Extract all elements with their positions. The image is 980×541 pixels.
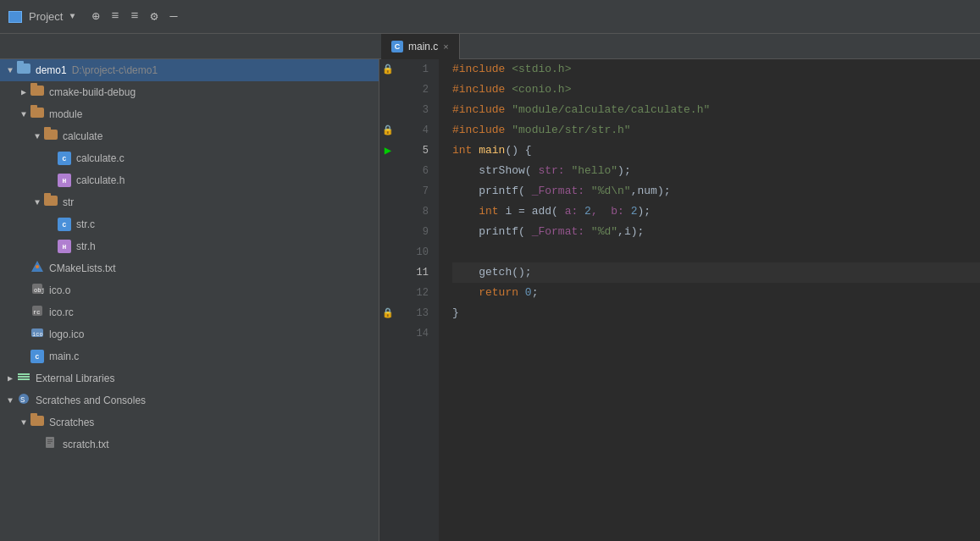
no-arrow: ▶ [44,153,58,163]
gutter-12 [379,283,396,303]
token: ( [551,201,558,222]
toolbar-icon-settings[interactable]: ⚙ [151,8,158,25]
svg-text:ico: ico [32,331,43,338]
tab-main-c[interactable]: C main.c × [381,34,460,59]
folder-icon-calculate [44,130,59,143]
token: 2 [584,201,591,222]
svg-text:obj: obj [34,287,44,294]
token: ); [617,161,631,181]
token: <stdio.h> [512,59,571,80]
tree-item-cmake-build-debug[interactable]: ▶ cmake-build-debug [0,81,379,103]
tab-label: main.c [408,41,438,52]
tree-item-module[interactable]: ▼ module [0,103,379,125]
svg-rect-16 [47,441,53,442]
tree-item-external-libraries[interactable]: ▶ External Libraries [0,367,379,389]
label-scratches-consoles: Scratches and Consoles [36,395,146,406]
arrow-scratches: ▼ [3,396,17,406]
token-int: int [452,141,472,161]
token: ( [525,161,532,181]
token: ,num); [631,181,671,201]
no-arrow: ▶ [17,285,30,295]
token [452,283,479,303]
tree-item-main-c[interactable]: ▶ C main.c [0,345,379,367]
tree-item-str[interactable]: ▼ str [0,191,379,213]
editor[interactable]: 🔒 🔒 ▶ 🔒 1 2 3 4 5 6 [379,59,980,541]
toolbar-icon-collapse-all[interactable]: ≡ [112,9,119,24]
token [584,222,591,242]
tree-item-scratches-consoles[interactable]: ▼ S Scratches and Consoles [0,389,379,411]
code-line-1: #include <stdio.h> [452,59,980,80]
no-arrow: ▶ [17,351,30,362]
no-arrow: ▶ [44,219,58,229]
label-module: module [49,108,82,120]
svg-text:S: S [20,396,25,405]
gutter-3 [379,100,396,120]
gutter-fold-1: 🔒 [379,59,396,80]
gutter: 🔒 🔒 ▶ 🔒 [379,59,396,541]
token: i = add [499,201,551,222]
token: ( [518,222,525,242]
arrow-calculate: ▼ [30,132,44,141]
token: 2 [631,201,638,222]
tree-item-ico-rc[interactable]: ▶ rc ico.rc [0,301,379,323]
no-arrow: ▶ [30,439,44,450]
obj-icon: obj [30,282,46,299]
code-content[interactable]: #include <stdio.h> #include <conio.h> #i… [439,59,980,541]
tab-close-button[interactable]: × [443,41,448,52]
token [578,201,584,222]
code-line-14 [452,323,980,344]
tree-item-logo-ico[interactable]: ▶ ico logo.ico [0,323,379,345]
tree-item-calculate[interactable]: ▼ calculate [0,125,379,147]
token [452,201,479,222]
label-cmake-build-debug: cmake-build-debug [49,86,136,98]
token: _Format: [525,222,584,242]
token [624,201,631,222]
token: 0 [525,283,532,303]
cmake-icon [30,260,46,277]
gutter-11 [379,262,396,283]
arrow-demo1: ▼ [3,66,17,75]
token [584,181,591,201]
tree-item-calculate-c[interactable]: ▶ C calculate.c [0,147,379,169]
tree-item-ico-o[interactable]: ▶ obj ico.o [0,279,379,301]
toolbar-icon-add[interactable]: ⊕ [91,8,99,25]
token: strShow [452,161,525,181]
token: ); [638,201,651,222]
token [518,283,525,303]
label-ico-rc: ico.rc [49,306,74,318]
project-dropdown-arrow[interactable]: ▼ [69,12,75,21]
code-line-8: int i = add( a: 2, b: 2); [452,201,980,222]
token: return [479,283,518,303]
token: "module/calculate/calculate.h" [512,100,710,120]
project-icon [8,11,22,23]
gutter-run-5[interactable]: ▶ [379,141,396,161]
tree-item-str-c[interactable]: ▶ C str.c [0,213,379,235]
code-line-12: return 0; [452,283,980,303]
tree-item-scratch-txt[interactable]: ▶ scratch.txt [0,433,379,455]
toolbar-icon-expand-all[interactable]: ≡ [131,9,139,24]
gutter-9 [379,222,396,242]
gutter-13-fold: 🔒 [379,303,396,323]
label-str: str [63,196,74,208]
label-logo-ico: logo.ico [49,328,84,340]
c-file-icon-main-c: C [30,350,46,364]
label-calculate: calculate [63,130,102,142]
tree-item-scratches-folder[interactable]: ▼ Scratches [0,411,379,433]
svg-rect-15 [47,439,53,440]
tree-item-cmakelists[interactable]: ▶ CMakeLists.txt [0,257,379,279]
txt-icon [44,436,59,453]
code-line-4: #include "module/str/str.h" [452,120,980,141]
toolbar-icon-minimize[interactable]: — [170,9,178,24]
line-num-9: 9 [396,222,439,242]
c-file-icon-str-c: C [58,218,73,232]
line-num-1: 1 [396,59,439,80]
token: printf [452,181,518,201]
sidebar: ▼ demo1 D:\project-c\demo1 ▶ cmake-build… [0,59,379,541]
token: <conio.h> [512,80,571,100]
tab-c-file-icon: C [391,41,403,52]
label-cmakelists: CMakeLists.txt [49,262,116,274]
tree-item-demo1[interactable]: ▼ demo1 D:\project-c\demo1 [0,59,379,81]
tree-item-calculate-h[interactable]: ▶ H calculate.h [0,169,379,191]
arrow-external-libs: ▶ [3,373,17,384]
tree-item-str-h[interactable]: ▶ H str.h [0,235,379,257]
